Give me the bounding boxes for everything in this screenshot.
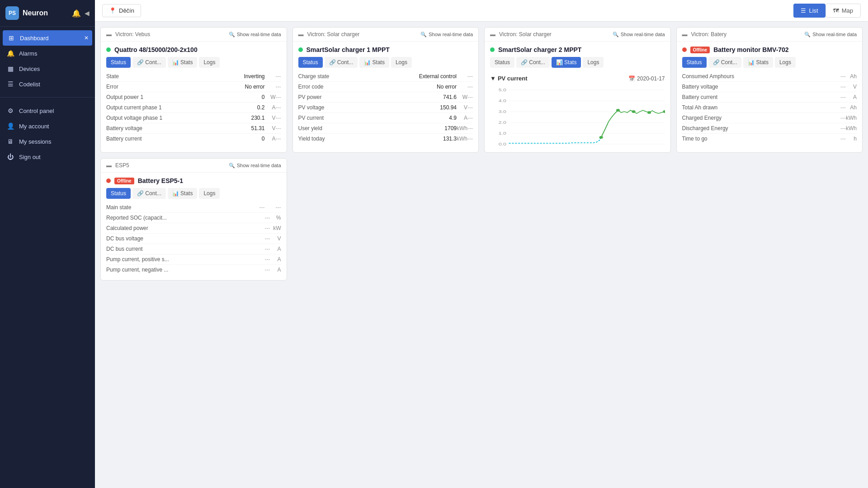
- quattro-realtime-btn[interactable]: 🔍 Show real-time data: [229, 32, 281, 38]
- tab-cont[interactable]: 🔗 Cont...: [516, 57, 550, 68]
- sidebar-label: Control panel: [19, 108, 54, 114]
- search-icon: 🔍: [229, 32, 235, 38]
- solar2-realtime-btn[interactable]: 🔍 Show real-time data: [613, 32, 665, 38]
- my-sessions-icon: 🖥: [6, 138, 14, 145]
- card-icon: ▬: [106, 31, 112, 38]
- pv-current-chart: 5.0 4.0 3.0 2.0 1.0 0.0: [490, 85, 665, 149]
- solar1-data-table: Charge state External control --- Error …: [293, 71, 479, 149]
- table-row: Battery current 0 A ---: [106, 134, 281, 144]
- tab-stats[interactable]: 📊 Stats: [168, 57, 198, 68]
- chart-title[interactable]: ▼ PV current: [490, 75, 528, 82]
- tab-status[interactable]: Status: [106, 57, 131, 68]
- esp5-tabs: Status 🔗 Cont... 📊 Stats Logs: [101, 188, 287, 202]
- table-row: Charge state External control ---: [298, 71, 473, 82]
- chevron-down-icon: ▼: [490, 75, 496, 82]
- chart-header: ▼ PV current 📅 2020-01-17: [490, 75, 665, 82]
- tab-status[interactable]: Status: [490, 57, 514, 68]
- sidebar-item-sign-out[interactable]: ⏻ Sign out: [0, 149, 95, 164]
- svg-text:4.0: 4.0: [499, 99, 506, 103]
- sidebar-item-my-sessions[interactable]: 🖥 My sessions: [0, 134, 95, 149]
- solar1-tabs: Status 🔗 Cont... 📊 Stats Logs: [293, 57, 479, 71]
- svg-text:0.0: 0.0: [499, 142, 506, 146]
- esp5-title-row: Offline Battery ESP5-1: [101, 173, 287, 188]
- solar1-card-header: ▬ Victron: Solar charger 🔍 Show real-tim…: [293, 28, 479, 42]
- battery-card-header: ▬ Victron: Batery 🔍 Show real-time data: [677, 28, 863, 42]
- sidebar-item-alarms[interactable]: 🔔 Alarms: [0, 46, 95, 61]
- collapse-icon[interactable]: ◀: [85, 9, 90, 17]
- tab-logs[interactable]: Logs: [391, 57, 412, 68]
- table-row: Reported SOC (capacit... --- %: [106, 213, 281, 223]
- app-name: Neuron: [23, 9, 48, 17]
- esp5-realtime-btn[interactable]: 🔍 Show real-time data: [229, 163, 281, 169]
- bell-icon[interactable]: 🔔: [72, 9, 81, 18]
- location-label: Děčín: [119, 7, 134, 14]
- table-row: Time to go --- h: [682, 134, 857, 144]
- sidebar-item-control-panel[interactable]: ⚙ Control panel: [0, 103, 95, 118]
- esp5-device-name: Battery ESP5-1: [138, 177, 183, 184]
- sidebar-label: Dashboard: [20, 35, 49, 42]
- sidebar-item-codelist[interactable]: ☰ Codelist: [0, 76, 95, 92]
- sidebar-label: Devices: [19, 66, 40, 72]
- sidebar-label: My sessions: [19, 138, 52, 145]
- battery-vendor: Victron: Batery: [691, 31, 726, 38]
- card-icon: ▬: [298, 31, 304, 38]
- table-row: Charged Energy --- kWh: [682, 113, 857, 123]
- svg-point-13: [616, 109, 620, 112]
- sidebar-item-my-account[interactable]: 👤 My account: [0, 118, 95, 134]
- sidebar-item-dashboard[interactable]: ⊞ Dashboard ✕: [3, 30, 92, 46]
- tab-stats[interactable]: 📊 Stats: [168, 188, 198, 199]
- close-icon[interactable]: ✕: [84, 35, 89, 41]
- svg-text:1.0: 1.0: [499, 131, 506, 136]
- tab-stats[interactable]: 📊 Stats: [743, 57, 773, 68]
- table-row: Battery current --- A: [682, 92, 857, 103]
- quattro-device-name: Quattro 48/15000/200-2x100: [114, 46, 198, 53]
- devices-icon: ▦: [6, 65, 14, 72]
- tab-logs[interactable]: Logs: [199, 57, 220, 68]
- table-row: DC bus voltage --- V: [106, 234, 281, 244]
- tab-cont[interactable]: 🔗 Cont...: [325, 57, 358, 68]
- esp5-vendor: ESP5: [115, 162, 129, 169]
- tab-logs[interactable]: Logs: [583, 57, 604, 68]
- quattro-card-header: ▬ Victron: Vebus 🔍 Show real-time data: [101, 28, 287, 42]
- table-row: Consumed Amphours --- Ah: [682, 71, 857, 82]
- sidebar-item-devices[interactable]: ▦ Devices: [0, 61, 95, 76]
- tab-logs[interactable]: Logs: [199, 188, 220, 199]
- topbar: 📍 Děčín ☰ List 🗺 Map: [95, 0, 868, 22]
- search-icon: 🔍: [420, 32, 427, 38]
- location-button[interactable]: 📍 Děčín: [102, 4, 141, 17]
- tab-status[interactable]: Status: [298, 57, 323, 68]
- esp5-card: ▬ ESP5 🔍 Show real-time data Offline Bat…: [100, 158, 287, 281]
- offline-badge: Offline: [690, 47, 710, 53]
- tab-logs[interactable]: Logs: [775, 57, 796, 68]
- tab-cont[interactable]: 🔗 Cont...: [132, 188, 166, 199]
- tab-status[interactable]: Status: [106, 188, 131, 199]
- tab-cont[interactable]: 🔗 Cont...: [132, 57, 166, 68]
- battery-realtime-btn[interactable]: 🔍 Show real-time data: [804, 32, 857, 38]
- battery-tabs: Status 🔗 Cont... 📊 Stats Logs: [677, 57, 863, 71]
- table-row: Calculated power --- kW: [106, 223, 281, 234]
- chart-svg: 5.0 4.0 3.0 2.0 1.0 0.0: [490, 85, 665, 149]
- solar1-realtime-btn[interactable]: 🔍 Show real-time data: [420, 32, 473, 38]
- tab-stats[interactable]: 📊 Stats: [552, 57, 581, 68]
- map-view-button[interactable]: 🗺 Map: [826, 4, 861, 18]
- tab-cont[interactable]: 🔗 Cont...: [708, 57, 742, 68]
- svg-point-12: [599, 136, 603, 139]
- svg-point-15: [647, 111, 651, 114]
- quattro-card: ▬ Victron: Vebus 🔍 Show real-time data Q…: [100, 27, 287, 153]
- table-row: PV current 4.9 A ---: [298, 113, 473, 123]
- offline-badge: Offline: [114, 178, 134, 184]
- table-row: User yield 1709 kWh ---: [298, 123, 473, 134]
- search-icon: 🔍: [613, 32, 619, 38]
- calendar-icon: 📅: [628, 75, 635, 82]
- quattro-tabs: Status 🔗 Cont... 📊 Stats Logs: [101, 57, 287, 71]
- svg-text:5.0: 5.0: [499, 88, 506, 92]
- table-row: Yield today 131.3 kWh ---: [298, 134, 473, 144]
- sidebar-label: Alarms: [19, 50, 37, 57]
- tab-stats[interactable]: 📊 Stats: [359, 57, 389, 68]
- list-view-button[interactable]: ☰ List: [793, 4, 825, 18]
- search-icon: 🔍: [229, 163, 235, 169]
- my-account-icon: 👤: [6, 122, 14, 130]
- dashboard-icon: ⊞: [7, 34, 15, 42]
- tab-status[interactable]: Status: [682, 57, 707, 68]
- quattro-vendor: Victron: Vebus: [115, 31, 150, 38]
